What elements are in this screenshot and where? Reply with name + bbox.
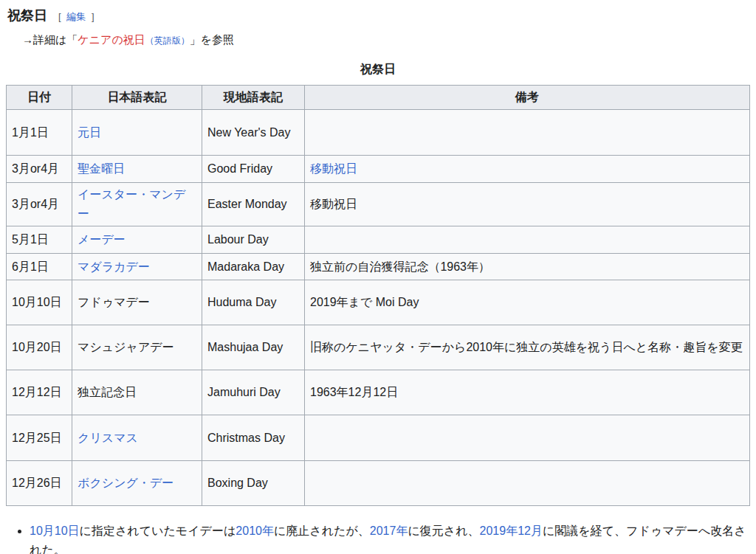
local-name-text: Jamuhuri Day — [207, 386, 281, 398]
holiday-name-link[interactable]: 聖金曜日 — [78, 162, 125, 175]
holiday-name-cell: マダラカデー — [72, 253, 202, 280]
holiday-name-cell: 元日 — [72, 109, 202, 155]
holiday-name-cell: 独立記念日 — [72, 370, 202, 415]
remark-cell — [305, 226, 750, 253]
local-name-cell: Christmas Day — [202, 415, 305, 460]
date-text: 5月1日 — [12, 233, 49, 246]
hatnote-lang-link[interactable]: （英語版） — [145, 35, 190, 46]
table-row: 10月10日フドゥマデーHuduma Day2019年まで Moi Day — [7, 280, 750, 325]
remark-cell: 移動祝日 — [305, 182, 750, 226]
note-link[interactable]: 10月10日 — [30, 524, 80, 537]
remark-cell — [305, 415, 750, 460]
date-cell: 1月1日 — [7, 109, 72, 155]
hatnote-suffix: 」を参照 — [190, 33, 234, 46]
local-name-cell: New Year's Day — [202, 109, 305, 155]
local-name-cell: Boxing Day — [202, 460, 305, 505]
local-name-cell: Madaraka Day — [202, 253, 305, 280]
col-header-remark: 備考 — [305, 86, 750, 110]
remark-cell — [305, 109, 750, 155]
holiday-name-cell: クリスマス — [72, 415, 202, 460]
local-name-cell: Labour Day — [202, 226, 305, 253]
table-row: 12月25日クリスマスChristmas Day — [7, 415, 750, 460]
note-link[interactable]: 2019年12月 — [480, 524, 543, 537]
remark-text: 独立前の自治獲得記念（1963年） — [310, 260, 490, 273]
note-item: 10月10日に指定されていたモイデーは2010年に廃止されたが、2017年に復元… — [30, 522, 750, 554]
remark-link[interactable]: 移動祝日 — [310, 162, 357, 175]
local-name-text: Easter Monday — [207, 198, 287, 210]
content-area: 祝祭日 [ 編集 ] →詳細は「ケニアの祝日（英語版）」を参照 祝祭日 日付 日… — [6, 7, 750, 554]
date-text: 12月25日 — [12, 432, 62, 444]
table-row: 3月or4月聖金曜日Good Friday移動祝日 — [7, 155, 750, 182]
local-name-text: Christmas Day — [207, 432, 285, 444]
local-name-cell: Easter Monday — [202, 182, 305, 226]
local-name-cell: Jamuhuri Day — [202, 370, 305, 415]
col-header-name: 日本語表記 — [72, 86, 202, 110]
date-cell: 10月10日 — [7, 280, 72, 325]
date-text: 3月or4月 — [12, 162, 59, 175]
hatnote-prefix: →詳細は「 — [22, 33, 78, 46]
holiday-name-text: フドゥマデー — [78, 296, 150, 308]
holiday-name-link[interactable]: 元日 — [78, 126, 101, 139]
holiday-name-cell: イースター・マンデー — [72, 182, 202, 226]
note-link[interactable]: 2017年 — [370, 524, 408, 537]
hatnote-redlink[interactable]: ケニアの祝日 — [78, 33, 145, 46]
table-row: 10月20日マシュジャアデーMashujaa Day旧称のケニヤッタ・デーから2… — [7, 325, 750, 370]
table-row: 6月1日マダラカデーMadaraka Day独立前の自治獲得記念（1963年） — [7, 253, 750, 280]
holiday-name-cell: ボクシング・デー — [72, 460, 202, 505]
holiday-name-link[interactable]: マダラカデー — [78, 260, 150, 273]
edit-section: [ 編集 ] — [58, 11, 94, 22]
holiday-name-cell: マシュジャアデー — [72, 325, 202, 370]
local-name-cell: Huduma Day — [202, 280, 305, 325]
remark-cell: 2019年まで Moi Day — [305, 280, 750, 325]
local-name-text: Labour Day — [207, 233, 269, 246]
date-cell: 12月25日 — [7, 415, 72, 460]
hatnote: →詳細は「ケニアの祝日（英語版）」を参照 — [22, 32, 750, 48]
local-name-text: Good Friday — [207, 162, 272, 175]
holiday-name-text: マシュジャアデー — [78, 341, 174, 353]
date-text: 10月20日 — [12, 341, 62, 353]
table-row: 12月26日ボクシング・デーBoxing Day — [7, 460, 750, 505]
date-cell: 12月26日 — [7, 460, 72, 505]
holiday-name-link[interactable]: メーデー — [78, 233, 126, 246]
local-name-cell: Good Friday — [202, 155, 305, 182]
table-row: 12月12日独立記念日Jamuhuri Day1963年12月12日 — [7, 370, 750, 415]
holiday-name-link[interactable]: ボクシング・デー — [78, 477, 173, 489]
remark-text: 1963年12月12日 — [310, 386, 398, 398]
date-text: 12月26日 — [12, 477, 62, 489]
edit-link[interactable]: 編集 — [66, 11, 86, 22]
date-cell: 12月12日 — [7, 370, 72, 415]
edit-bracket-open: [ — [58, 11, 61, 22]
holiday-name-text: 独立記念日 — [78, 386, 137, 398]
local-name-text: Boxing Day — [207, 477, 268, 489]
table-header-row: 日付 日本語表記 現地語表記 備考 — [7, 86, 750, 110]
holiday-name-cell: 聖金曜日 — [72, 155, 202, 182]
remark-cell: 1963年12月12日 — [305, 370, 750, 415]
note-text: に廃止されたが、 — [274, 524, 370, 537]
table-caption: 祝祭日 — [6, 62, 750, 85]
date-cell: 3月or4月 — [7, 182, 72, 226]
edit-bracket-close: ] — [92, 11, 94, 22]
table-row: 3月or4月イースター・マンデーEaster Monday移動祝日 — [7, 182, 750, 226]
local-name-text: New Year's Day — [207, 126, 290, 139]
col-header-date: 日付 — [7, 86, 72, 110]
holiday-name-cell: フドゥマデー — [72, 280, 202, 325]
holiday-name-link[interactable]: クリスマス — [78, 432, 138, 444]
date-text: 1月1日 — [12, 126, 49, 139]
local-name-text: Madaraka Day — [207, 260, 284, 273]
date-cell: 5月1日 — [7, 226, 72, 253]
remark-text: 2019年まで Moi Day — [310, 296, 419, 308]
holiday-name-link[interactable]: イースター・マンデー — [78, 188, 185, 220]
local-name-text: Mashujaa Day — [207, 341, 283, 353]
table-row: 1月1日元日New Year's Day — [7, 109, 750, 155]
note-text: に指定されていたモイデーは — [80, 524, 236, 537]
note-text: に復元され、 — [408, 524, 479, 537]
local-name-cell: Mashujaa Day — [202, 325, 305, 370]
note-link[interactable]: 2010年 — [236, 524, 274, 537]
date-cell: 3月or4月 — [7, 155, 72, 182]
date-text: 3月or4月 — [12, 198, 59, 210]
holidays-table: 祝祭日 日付 日本語表記 現地語表記 備考 1月1日元日New Year's D… — [6, 62, 750, 506]
local-name-text: Huduma Day — [207, 296, 276, 308]
holiday-name-cell: メーデー — [72, 226, 202, 253]
col-header-local: 現地語表記 — [202, 86, 305, 110]
remark-cell: 独立前の自治獲得記念（1963年） — [305, 253, 750, 280]
